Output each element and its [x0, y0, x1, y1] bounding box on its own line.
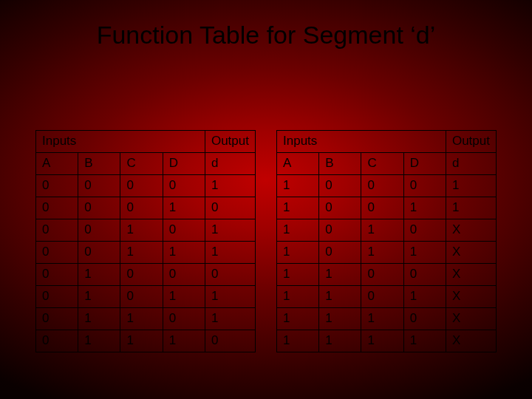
cell: 0 [403, 264, 446, 286]
cell: 1 [403, 197, 446, 219]
table-row: 01011 [36, 286, 256, 308]
cell: 0 [78, 219, 120, 242]
cell: 0 [403, 175, 446, 197]
cell: 1 [319, 308, 361, 330]
cell: 0 [361, 286, 403, 308]
col-header: C [361, 153, 403, 175]
col-header: D [403, 153, 446, 175]
cell: 1 [277, 175, 319, 197]
cell: 0 [36, 175, 78, 197]
cell: 1 [277, 330, 319, 352]
cell: 0 [205, 197, 255, 219]
col-header: B [78, 153, 120, 175]
table-row: 1111X [277, 330, 497, 352]
cell: 0 [361, 264, 403, 286]
cell: 0 [163, 308, 205, 330]
cell: X [446, 264, 496, 286]
cell: 0 [361, 175, 403, 197]
cell: 1 [78, 286, 120, 308]
table-row: 1011X [277, 242, 497, 264]
cell: 1 [403, 330, 446, 352]
cell: 0 [36, 286, 78, 308]
col-header: B [319, 153, 361, 175]
cell: 1 [78, 330, 120, 352]
cell: 1 [120, 242, 163, 264]
cell: 0 [78, 197, 120, 219]
col-header: D [163, 153, 205, 175]
table-row: 10011 [277, 197, 497, 219]
table-row: 00101 [36, 219, 256, 242]
cell: 0 [163, 219, 205, 242]
col-header: d [446, 153, 496, 175]
table-row: 1110X [277, 308, 497, 330]
cell: 0 [163, 175, 205, 197]
inputs-header: Inputs [277, 131, 446, 153]
cell: 1 [120, 219, 163, 242]
cell: 0 [205, 330, 255, 352]
cell: 1 [205, 175, 255, 197]
cell: 1 [205, 242, 255, 264]
cell: 1 [361, 330, 403, 352]
cell: 0 [120, 197, 163, 219]
truth-table-right: Inputs Output A B C D d 10001 10011 1010… [276, 130, 497, 352]
col-header: C [120, 153, 163, 175]
cell: 0 [36, 264, 78, 286]
cell: 1 [361, 242, 403, 264]
cell: 1 [361, 219, 403, 242]
cell: 1 [78, 308, 120, 330]
cell: 0 [36, 308, 78, 330]
cell: 1 [277, 197, 319, 219]
cell: 1 [78, 264, 120, 286]
page-title: Function Table for Segment ‘d’ [0, 21, 532, 50]
cell: 0 [36, 219, 78, 242]
cell: 0 [403, 219, 446, 242]
cell: 0 [36, 242, 78, 264]
cell: 1 [205, 308, 255, 330]
cell: 0 [120, 264, 163, 286]
cell: X [446, 308, 496, 330]
col-header: d [205, 153, 255, 175]
cell: 1 [205, 286, 255, 308]
cell: 1 [120, 330, 163, 352]
cell: 0 [120, 286, 163, 308]
output-header: Output [446, 131, 496, 153]
cell: 1 [403, 286, 446, 308]
table-row: 01000 [36, 264, 256, 286]
cell: 1 [163, 286, 205, 308]
cell: 1 [319, 286, 361, 308]
cell: 1 [361, 308, 403, 330]
truth-table-left: Inputs Output A B C D d 00001 00010 0010… [35, 130, 256, 352]
col-header: A [36, 153, 78, 175]
cell: 1 [277, 286, 319, 308]
cell: X [446, 242, 496, 264]
cell: 1 [446, 175, 496, 197]
cell: 1 [277, 264, 319, 286]
cell: 1 [277, 308, 319, 330]
cell: 0 [319, 175, 361, 197]
table-row: 1010X [277, 219, 497, 242]
cell: 0 [36, 197, 78, 219]
cell: 0 [319, 219, 361, 242]
table-header-row: A B C D d [36, 153, 256, 175]
cell: X [446, 286, 496, 308]
cell: 0 [403, 308, 446, 330]
cell: 1 [319, 264, 361, 286]
inputs-header: Inputs [36, 131, 205, 153]
cell: 0 [361, 197, 403, 219]
cell: X [446, 330, 496, 352]
cell: 0 [205, 264, 255, 286]
table-row: 1101X [277, 286, 497, 308]
cell: 1 [277, 219, 319, 242]
cell: X [446, 219, 496, 242]
cell: 1 [277, 242, 319, 264]
table-header-group-row: Inputs Output [36, 131, 256, 153]
slide: Function Table for Segment ‘d’ Inputs Ou… [0, 0, 532, 399]
cell: 1 [403, 242, 446, 264]
cell: 1 [446, 197, 496, 219]
cell: 1 [319, 330, 361, 352]
cell: 0 [120, 175, 163, 197]
table-row: 00001 [36, 175, 256, 197]
cell: 0 [78, 242, 120, 264]
col-header: A [277, 153, 319, 175]
cell: 0 [319, 242, 361, 264]
